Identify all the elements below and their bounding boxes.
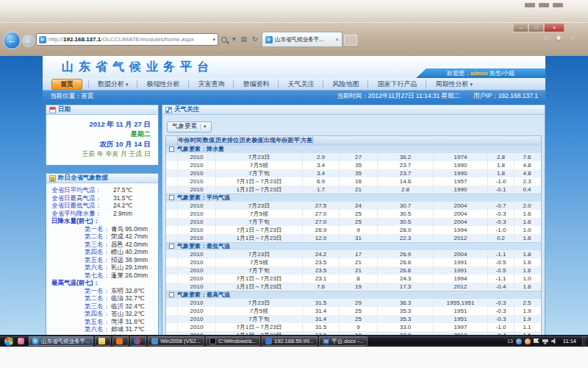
- antivirus-icon[interactable]: [525, 339, 531, 344]
- group-header-row[interactable]: 气象要素：最低气温: [166, 242, 541, 250]
- info-bar: 当前位置：首页 当前时间：2012年11月27日 11:14:31 星期二 用户…: [43, 91, 545, 102]
- table-row[interactable]: 2010 7月1日～7月23日 31.5 9 33.0 1997 -1.0 1.…: [166, 323, 541, 331]
- app-icon: [265, 338, 272, 344]
- table-row[interactable]: 2010 7月23日 24.2 17 26.9 2004 -1.1 1.8: [166, 250, 541, 258]
- panel-icon: [165, 107, 172, 113]
- nav-item[interactable]: 极端性分析: [137, 80, 188, 88]
- gregorian-date: 2012 年 11 月 27 日: [51, 119, 151, 130]
- taskbar-window-button[interactable]: [130, 336, 146, 346]
- tab-favicon: e: [265, 36, 273, 43]
- column-header: 历史极值: [240, 136, 264, 145]
- home-icon[interactable]: ⌂: [543, 33, 548, 43]
- table-row[interactable]: 2010 7月下旬 27.0 25 30.5 2004 -0.3 1.6: [166, 218, 541, 226]
- site-favicon: e: [39, 36, 46, 43]
- column-header: 出现年份: [264, 136, 288, 145]
- address-dropdown-icon[interactable]: ▾: [212, 37, 215, 43]
- ranking-item: 第五名：招远 38.9mm: [46, 256, 157, 264]
- app-icon: W: [323, 338, 329, 344]
- nav-item[interactable]: 首页: [51, 79, 82, 90]
- show-desktop-button[interactable]: [582, 336, 587, 347]
- taskbar-window-button[interactable]: e 山东省气候业务平...: [29, 336, 93, 346]
- table-row[interactable]: 2010 7月5候 23.5 21 26.6 1991 -0.5 1.6: [166, 258, 541, 266]
- table-row[interactable]: 2010 7月下旬 31.4 25 35.3 1951 -0.3 1.9: [166, 315, 541, 323]
- group-checkbox[interactable]: [169, 195, 174, 200]
- table-row[interactable]: 2010 7月5候 27.0 25 30.5 2004 -0.3 1.6: [166, 210, 541, 218]
- speaker-icon[interactable]: [551, 339, 557, 344]
- group-header-row[interactable]: 气象要素：降水量: [166, 145, 541, 153]
- action-center-flag-icon[interactable]: [534, 339, 539, 344]
- table-row[interactable]: 2010 7月23日 27.5 24 30.7 2004 -0.7 2.0: [166, 202, 541, 210]
- nav-item[interactable]: 灾害查询: [188, 80, 233, 88]
- address-bar[interactable]: e http://192.168.137.1/GLCCLIMATE/module…: [36, 33, 218, 46]
- forward-button[interactable]: →: [22, 35, 35, 47]
- yesterday-weather-panel: 昨日全省气象数据 全省日平均气温：27.5℃ 全省日最高气温：31.5℃: [46, 173, 159, 335]
- ranking-item: 第六名：乳山 29.1mm: [46, 263, 157, 272]
- minimize-button[interactable]: –: [513, 24, 528, 32]
- table-row[interactable]: 2010 7月下旬 23.5 21 26.6 1991 -0.5 1.6: [166, 266, 541, 275]
- autocomplete-icon[interactable]: ▾: [232, 34, 236, 45]
- element-filter-button[interactable]: 气象要素▾: [167, 121, 212, 132]
- table-row[interactable]: 2010 7月5候 3.4 35 23.7 1990 1.8 4.8: [166, 161, 541, 169]
- maximize-button[interactable]: □: [528, 24, 544, 32]
- close-button[interactable]: ×: [544, 24, 564, 32]
- new-tab-button[interactable]: [344, 35, 357, 46]
- table-row[interactable]: 2010 1月1日～7月23日 7.6 19 17.3 2012 -0.4 1.…: [166, 283, 541, 291]
- tab-close-icon[interactable]: ×: [335, 36, 339, 43]
- breadcrumb: 当前位置：首页: [50, 92, 94, 101]
- group-header-row[interactable]: 气象要素：最高气温: [166, 291, 541, 299]
- table-row[interactable]: 2010 7月1日～7月23日 26.9 9 28.0 1994 -1.0 1.…: [166, 226, 541, 234]
- nav-item[interactable]: 天气关注: [278, 80, 323, 88]
- app-icon: [116, 338, 123, 344]
- taskbar-window-button[interactable]: [112, 336, 129, 346]
- group-checkbox[interactable]: [169, 292, 174, 297]
- taskbar-window-button[interactable]: 192.168.59.99...: [262, 336, 318, 346]
- nav-item[interactable]: 风险地图: [323, 80, 368, 88]
- group-checkbox[interactable]: [169, 244, 174, 249]
- taskbar-window-button[interactable]: [95, 336, 111, 346]
- favorites-star-icon[interactable]: ★: [555, 33, 562, 43]
- taskbar-window-button[interactable]: W 平台.docx -...: [319, 336, 368, 346]
- table-row[interactable]: 2010 7月1日～7月23日 23.1 8 24.3 1994 -1.1 1.…: [166, 275, 541, 283]
- table-header-row: 年份时间数值历史排位历史极值出现年份距平方差: [166, 136, 541, 145]
- background-window-strip: [0, 0, 588, 22]
- table-row[interactable]: 2010 7月5候 31.4 25 35.3 1951 -0.3 1.9: [166, 307, 541, 315]
- back-button[interactable]: ←: [3, 32, 21, 49]
- refresh-icon[interactable]: ↻: [252, 34, 258, 45]
- nav-item[interactable]: 周期性分析 ▾: [426, 80, 481, 88]
- header-checkbox-cell: [166, 136, 178, 145]
- taskbar: e 山东省气候业务平...: [0, 335, 588, 347]
- panel-title: 天气关注: [174, 105, 199, 114]
- table-row[interactable]: 2010 1月1日～7月23日 1.7 21 2.8 1990 -0.1 0.4: [166, 185, 541, 194]
- nav-item[interactable]: 数据分析 ▾: [88, 80, 137, 88]
- pinned-app-icon[interactable]: [18, 338, 24, 344]
- weather-panel-title: 昨日全省气象数据: [58, 174, 108, 183]
- table-row[interactable]: 2010 7月1日～7月23日 6.9 16 14.6 1957 -1.0 2.…: [166, 177, 541, 185]
- ranking-item: 第四名：崂山 40.2mm: [46, 248, 157, 256]
- ranking-item: 第二名：临清 32.7℃: [46, 294, 157, 302]
- table-row[interactable]: 2010 7月下旬 3.4 35 23.7 1990 1.8 4.8: [166, 169, 541, 177]
- nav-item[interactable]: 整编资料: [233, 80, 278, 88]
- element-group: 气象要素：最高气温 2010 7月23日: [166, 291, 541, 336]
- element-group: 气象要素：降水量 2010 7月23日: [166, 145, 541, 194]
- weekday: 星期二: [51, 130, 151, 139]
- taskbar-window-button[interactable]: Win2008 (VS2...: [148, 336, 204, 346]
- group-label: 气象要素：平均气温: [177, 194, 230, 202]
- group-header-row[interactable]: 气象要素：平均气温: [166, 194, 541, 202]
- taskbar-window-button[interactable]: C:\Windows\s...: [206, 336, 260, 346]
- start-button[interactable]: [4, 336, 14, 347]
- settings-gear-icon[interactable]: ☼: [569, 33, 576, 43]
- tray-app-icon[interactable]: [516, 339, 522, 344]
- taskbar-clock[interactable]: 11:14: [563, 338, 576, 344]
- nav-item[interactable]: 国家下行产品: [368, 80, 426, 88]
- table-row[interactable]: 2010 7月23日 2.9 27 36.2 1974 2.8 7.6: [166, 153, 541, 161]
- search-icon[interactable]: [221, 37, 227, 43]
- table-row[interactable]: 2010 1月1日～7月23日 12.0 31 22.3 2012 0.2 1.…: [166, 234, 541, 242]
- compatibility-view-icon[interactable]: ▤: [241, 34, 248, 45]
- group-label: 气象要素：降水量: [177, 145, 224, 153]
- browser-tab[interactable]: e 山东省气候业务平... ×: [262, 32, 343, 46]
- chevron-down-icon: ▾: [200, 124, 207, 130]
- network-icon[interactable]: [542, 339, 548, 344]
- group-checkbox[interactable]: [169, 146, 174, 152]
- calendar-icon: [49, 107, 56, 113]
- table-row[interactable]: 2010 7月23日 31.5 29 36.3 1955,1951 -0.3 2…: [166, 299, 541, 307]
